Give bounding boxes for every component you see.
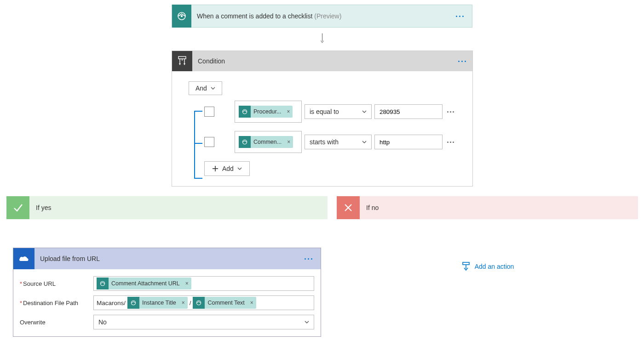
dynamic-token[interactable]: Comment Attachment URL × — [97, 278, 191, 289]
token-connector-icon — [193, 297, 205, 309]
add-action-icon — [461, 261, 471, 272]
svg-point-1 — [181, 15, 183, 17]
source-url-label: Source URL — [20, 280, 93, 287]
condition-icon — [172, 51, 192, 71]
token-connector-icon — [239, 106, 251, 118]
trigger-menu[interactable] — [453, 13, 466, 20]
upload-action-card: Upload file from URL Source URL Comment … — [13, 248, 321, 337]
condition-row: Procedur... × is equal to — [189, 101, 456, 123]
chevron-down-icon — [362, 141, 367, 143]
add-condition-button[interactable]: Add — [204, 161, 250, 176]
trigger-card[interactable]: When a comment is added to a checklist (… — [172, 5, 472, 28]
row-checkbox[interactable] — [204, 137, 214, 147]
token-remove[interactable]: × — [284, 139, 293, 145]
action-header[interactable]: Upload file from URL — [13, 248, 321, 269]
left-operand-field[interactable]: Commen... × — [235, 131, 302, 153]
operator-select[interactable]: is equal to — [305, 104, 372, 119]
overwrite-label: Overwrite — [20, 319, 93, 326]
condition-row: Commen... × starts with — [189, 131, 456, 153]
condition-title: Condition — [198, 57, 455, 65]
row-menu[interactable] — [447, 142, 454, 143]
token-remove[interactable]: × — [183, 280, 191, 287]
if-yes-header[interactable]: If yes — [6, 196, 328, 219]
token-remove[interactable]: × — [179, 300, 188, 306]
arrow-icon — [321, 28, 324, 48]
row-menu[interactable] — [447, 111, 454, 113]
value-input[interactable] — [374, 135, 443, 149]
left-operand-field[interactable]: Procedur... × — [235, 101, 302, 123]
operator-select[interactable]: starts with — [305, 135, 372, 149]
close-icon — [337, 196, 360, 219]
token-connector-icon — [97, 278, 109, 289]
dynamic-token[interactable]: Instance Title × — [127, 297, 188, 309]
add-action-button[interactable]: Add an action — [337, 261, 638, 272]
dynamic-token[interactable]: Commen... × — [239, 136, 293, 148]
token-remove[interactable]: × — [284, 108, 293, 115]
action-menu[interactable] — [302, 255, 315, 262]
trigger-title: When a comment is added to a checklist (… — [197, 12, 453, 20]
condition-menu[interactable] — [455, 58, 469, 65]
chevron-down-icon — [362, 110, 367, 113]
token-connector-icon — [239, 136, 251, 148]
logic-dropdown[interactable]: And — [189, 81, 222, 95]
if-no-header[interactable]: If no — [337, 196, 638, 219]
condition-header[interactable]: Condition — [172, 51, 472, 71]
token-remove[interactable]: × — [247, 300, 256, 306]
plus-icon — [212, 165, 218, 172]
svg-rect-3 — [178, 57, 186, 59]
if-yes-branch: If yes Upload file from URL Source URL C… — [6, 196, 328, 337]
chevron-down-icon — [305, 321, 309, 323]
condition-card: Condition And Procedur... × — [172, 51, 473, 187]
dynamic-token[interactable]: Procedur... × — [239, 106, 293, 118]
overwrite-select[interactable]: No — [93, 315, 314, 329]
chevron-down-icon — [237, 167, 242, 170]
chevron-down-icon — [211, 87, 215, 90]
row-checkbox[interactable] — [204, 107, 214, 117]
if-no-branch: If no Add an action — [337, 196, 638, 272]
svg-rect-16 — [463, 262, 469, 265]
check-icon — [6, 196, 29, 219]
value-input[interactable] — [374, 104, 443, 119]
onedrive-icon — [13, 248, 34, 269]
source-url-field[interactable]: Comment Attachment URL × — [93, 276, 314, 291]
token-connector-icon — [127, 297, 139, 309]
dest-path-field[interactable]: Macarons/ Instance Title × / Comment Tex… — [93, 295, 314, 310]
connector-icon — [172, 5, 191, 28]
dest-path-label: Destination File Path — [20, 300, 93, 306]
dynamic-token[interactable]: Comment Text × — [193, 297, 256, 309]
